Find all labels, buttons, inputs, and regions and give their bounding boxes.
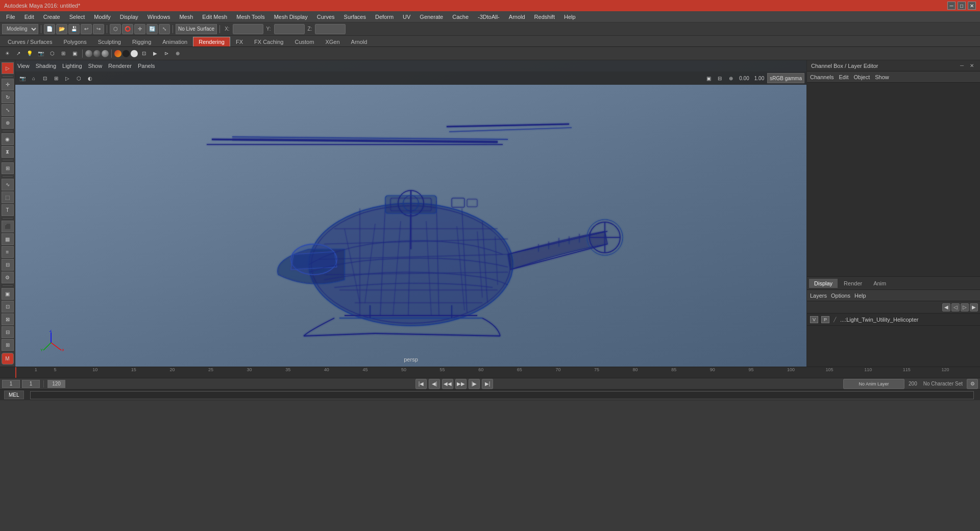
menu-edit-mesh[interactable]: Edit Mesh [198,13,231,21]
show-manipulator-button[interactable]: ⊞ [2,162,14,174]
frame-range-display[interactable] [47,380,65,388]
frame-current-input[interactable] [22,380,40,388]
layer-visible-btn[interactable]: V [810,316,818,323]
scale-button[interactable]: ⤡ [2,104,14,116]
maximize-button[interactable]: □ [958,2,966,10]
menu-modify[interactable]: Modify [90,13,114,21]
move-tool-button[interactable]: ✛ [134,24,145,34]
goto-start-button[interactable]: |◀ [415,379,427,389]
curves-button[interactable]: ∿ [2,179,14,190]
shelf-arrow-icon[interactable]: ↗ [13,49,23,58]
shelf-texture-icon[interactable]: ⊡ [139,49,149,58]
menu-edit[interactable]: Edit [20,13,38,21]
tab-arnold[interactable]: Arnold [346,37,373,46]
tab-xgen[interactable]: XGen [320,37,345,46]
select-button[interactable]: ▷ [2,62,14,74]
menu-redshift[interactable]: Redshift [530,13,559,21]
vp-menu-lighting[interactable]: Lighting [62,63,82,69]
shelf-frame-icon[interactable]: ▣ [69,49,80,58]
viewport[interactable]: View Shading Lighting Show Renderer Pane… [15,60,806,367]
shader-sphere-2[interactable] [93,50,101,57]
menu-deform[interactable]: Deform [371,13,398,21]
shader-sphere-1[interactable] [85,50,92,57]
measure-button[interactable]: ⬚ [2,191,14,203]
universal-button[interactable]: ⊕ [2,117,14,129]
layer-next2-btn[interactable]: ▶ [970,303,978,311]
tab-sculpting[interactable]: Sculpting [92,37,127,46]
layer-playback-btn[interactable]: P [821,316,829,323]
menu-select[interactable]: Select [65,13,89,21]
command-input[interactable] [30,391,974,399]
shader-sphere-white[interactable] [131,50,138,57]
anim-layer-selector[interactable]: No Anim Layer [843,379,904,389]
tab-custom[interactable]: Custom [289,37,320,46]
menu-windows[interactable]: Windows [143,13,175,21]
tab-rigging[interactable]: Rigging [127,37,157,46]
x-input[interactable] [233,24,263,34]
extra-btn-5[interactable]: ⊞ [2,339,14,351]
window-controls[interactable]: ─ □ ✕ [947,2,976,10]
vp-menu-view[interactable]: View [17,63,30,69]
menu-create[interactable]: Create [39,13,64,21]
shelf-mesh-icon[interactable]: ⬡ [47,49,57,58]
menu-curves[interactable]: Curves [313,13,339,21]
tab-fx[interactable]: FX [230,37,249,46]
step-back-button[interactable]: ◀| [429,379,440,389]
tool-settings-button[interactable]: ⚙ [2,272,14,283]
shelf-light-icon[interactable]: 💡 [24,49,35,58]
vp-menu-panels[interactable]: Panels [138,63,155,69]
scale-tool-button[interactable]: ⤡ [159,24,170,34]
rp-menu-channels[interactable]: Channels [810,74,834,80]
attr-editor-button[interactable]: ⊟ [2,259,14,271]
layer-item[interactable]: V P ╱ ...:Light_Twin_Utility_Helicopter [807,313,980,326]
shelf-render2-icon[interactable]: ⊳ [161,49,172,58]
extra-btn-3[interactable]: ⊠ [2,313,14,325]
vp-menu-show[interactable]: Show [88,63,103,69]
menu-mesh-tools[interactable]: Mesh Tools [232,13,268,21]
open-scene-button[interactable]: 📂 [56,24,67,34]
rotate-button[interactable]: ↻ [2,91,14,103]
menu-display[interactable]: Display [116,13,142,21]
menu-generate[interactable]: Generate [415,13,447,21]
timeline-playhead[interactable] [15,367,16,378]
rp-menu-object[interactable]: Object [853,74,870,80]
lasso-tool-button[interactable]: ⭕ [122,24,133,34]
goto-end-button[interactable]: ▶| [482,379,493,389]
close-button[interactable]: ✕ [968,2,976,10]
rp-menu-edit[interactable]: Edit [839,74,848,80]
soft-select-button[interactable]: ◉ [2,133,14,145]
vp-menu-renderer[interactable]: Renderer [108,63,132,69]
minimize-button[interactable]: ─ [947,2,955,10]
rp-tab-render[interactable]: Render [839,279,867,288]
menu-surfaces[interactable]: Surfaces [340,13,370,21]
menu-mesh[interactable]: Mesh [175,13,197,21]
rp-menu-show[interactable]: Show [875,74,889,80]
rp-help-menu[interactable]: Help [854,293,866,299]
extra-btn-1[interactable]: ▣ [2,288,14,300]
rp-tab-anim[interactable]: Anim [868,279,891,288]
y-input[interactable] [274,24,305,34]
rp-options-menu[interactable]: Options [831,293,850,299]
rp-layers-menu[interactable]: Layers [810,293,827,299]
step-forward-button[interactable]: |▶ [469,379,480,389]
tab-curves-surfaces[interactable]: Curves / Surfaces [2,37,58,46]
shader-sphere-hot[interactable] [114,50,121,57]
tab-animation[interactable]: Animation [157,37,193,46]
channel-box-button[interactable]: ≡ [2,246,14,258]
select-tool-button[interactable]: ⬡ [110,24,121,34]
layer-prev2-btn[interactable]: ◁ [951,303,960,311]
menu-help[interactable]: Help [560,13,580,21]
mel-button[interactable]: MEL [4,391,24,399]
rp-tab-display[interactable]: Display [809,279,838,288]
shader-sphere-black[interactable] [122,50,130,57]
play-forward-button[interactable]: ▶▶ [455,379,467,389]
menu-arnold[interactable]: Arnold [505,13,529,21]
move-button[interactable]: ✛ [2,79,14,90]
tab-fx-caching[interactable]: FX Caching [249,37,289,46]
menu-mesh-display[interactable]: Mesh Display [270,13,312,21]
shader-sphere-3[interactable] [102,50,109,57]
new-scene-button[interactable]: 📄 [44,24,55,34]
menu-file[interactable]: File [2,13,19,21]
rotate-tool-button[interactable]: 🔄 [146,24,158,34]
extra-btn-2[interactable]: ⊡ [2,301,14,312]
